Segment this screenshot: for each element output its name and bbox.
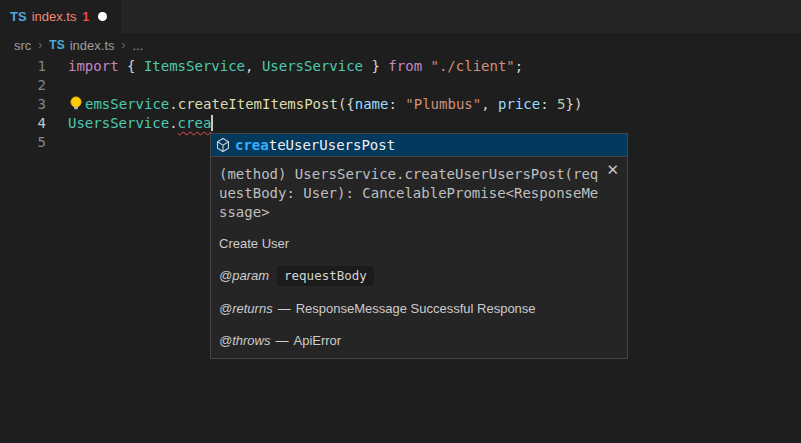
suggestion-rest-text: teUserUsersPost — [269, 137, 395, 153]
code-text — [46, 76, 68, 95]
suggestion-summary: Create User — [219, 235, 619, 252]
code-token: "Plumbus" — [405, 96, 481, 112]
code-token: }) — [566, 96, 583, 112]
line-number: 3 — [0, 95, 46, 114]
code-line-1[interactable]: 1 import { ItemsService, UsersService } … — [0, 57, 801, 76]
code-token: , — [481, 96, 498, 112]
suggestion-signature: (method) UsersService.createUserUsersPos… — [219, 165, 601, 222]
suggest-docs-panel: ✕ (method) UsersService.createUserUsersP… — [211, 156, 627, 358]
code-token-error: crea — [178, 115, 212, 131]
code-line-3[interactable]: 3 emsService.createItemItemsPost({name: … — [0, 95, 801, 114]
typescript-file-icon: TS — [49, 38, 64, 52]
line-number-active: 4 — [0, 114, 46, 133]
tab-filename: index.ts — [32, 9, 77, 24]
line-number: 2 — [0, 76, 46, 95]
code-token: UsersService — [68, 115, 169, 131]
jsdoc-param-name: requestBody — [277, 266, 374, 286]
chevron-right-icon: › — [122, 38, 126, 52]
code-token: : — [540, 96, 557, 112]
code-token: : — [388, 96, 405, 112]
symbol-method-icon — [215, 137, 231, 153]
em-dash: — — [276, 332, 289, 350]
tab-problem-count-badge: 1 — [82, 10, 89, 24]
suggest-widget: createUserUsersPost ✕ (method) UsersServ… — [210, 133, 628, 359]
code-token: emsService — [85, 96, 169, 112]
chevron-right-icon: › — [38, 38, 42, 52]
code-token: . — [169, 115, 177, 131]
tab-bar: TS index.ts 1 — [0, 0, 801, 33]
jsdoc-throws-line: @throws — ApiError — [219, 332, 619, 350]
code-token: createItemItemsPost — [178, 96, 338, 112]
line-number: 1 — [0, 57, 46, 76]
jsdoc-returns-tag: @returns — [219, 300, 273, 318]
code-token: name — [355, 96, 389, 112]
jsdoc-returns-line: @returns — ResponseMessage Successful Re… — [219, 300, 619, 318]
close-icon[interactable]: ✕ — [606, 163, 619, 178]
breadcrumb-symbol-ellipsis[interactable]: ... — [133, 38, 144, 53]
typescript-file-icon: TS — [10, 9, 27, 24]
code-line-2[interactable]: 2 — [0, 76, 801, 95]
code-token: ItemsService — [144, 58, 245, 74]
code-text: UsersService.crea — [46, 114, 213, 133]
jsdoc-returns-text: ResponseMessage Successful Response — [296, 300, 536, 318]
code-token: import — [68, 58, 127, 74]
code-token: ({ — [338, 96, 355, 112]
code-text: import { ItemsService, UsersService } fr… — [46, 57, 523, 76]
code-token: , — [245, 58, 262, 74]
tab-index-ts[interactable]: TS index.ts 1 — [0, 0, 121, 33]
em-dash: — — [278, 300, 291, 318]
suggestion-match-text: crea — [235, 137, 269, 153]
vscode-window: TS index.ts 1 src › TS index.ts › ... 1 … — [0, 0, 801, 443]
breadcrumb-file[interactable]: index.ts — [70, 38, 115, 53]
text-cursor — [211, 115, 213, 131]
code-token: from — [388, 58, 430, 74]
suggestion-item-createUserUsersPost[interactable]: createUserUsersPost — [211, 134, 627, 156]
code-text — [46, 133, 68, 152]
jsdoc-throws-text: ApiError — [294, 332, 342, 350]
jsdoc-throws-tag: @throws — [219, 332, 271, 350]
breadcrumb-folder[interactable]: src — [14, 38, 31, 53]
code-token: . — [169, 96, 177, 112]
code-text: emsService.createItemItemsPost({name: "P… — [46, 95, 582, 114]
code-token: { — [127, 58, 144, 74]
jsdoc-param-tag: @param — [219, 267, 269, 285]
code-token: UsersService — [262, 58, 363, 74]
code-line-4[interactable]: 4 UsersService.crea — [0, 114, 801, 133]
code-token: } — [363, 58, 388, 74]
code-token: ; — [515, 58, 523, 74]
code-token: price — [498, 96, 540, 112]
code-token: "./client" — [431, 58, 515, 74]
line-number: 5 — [0, 133, 46, 152]
code-token: 5 — [557, 96, 565, 112]
breadcrumb: src › TS index.ts › ... — [14, 35, 143, 55]
modified-dot-icon[interactable] — [98, 12, 107, 21]
jsdoc-param-line: @param requestBody — [219, 266, 619, 286]
lightbulb-icon[interactable] — [68, 96, 85, 111]
